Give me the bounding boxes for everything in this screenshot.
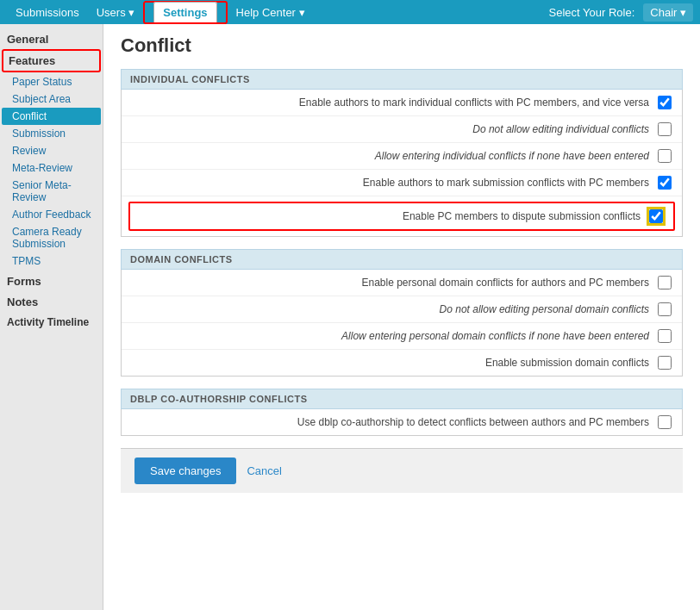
cancel-button[interactable]: Cancel	[247, 464, 281, 477]
role-selector[interactable]: Chair	[643, 3, 693, 22]
checkbox-enable-personal-domain[interactable]	[658, 276, 672, 289]
row-enable-submission-domain: Enable submission domain conflicts	[122, 350, 682, 376]
row-do-not-allow-domain: Do not allow editing personal domain con…	[122, 296, 682, 323]
nav-submissions[interactable]: Submissions	[7, 3, 88, 22]
domain-conflicts-block: Enable personal domain conflicts for aut…	[121, 270, 683, 377]
sidebar-section-general: General	[0, 28, 103, 48]
checkbox-allow-entering[interactable]	[658, 149, 672, 163]
individual-conflicts-block: Enable authors to mark individual confli…	[121, 90, 683, 237]
row-enable-dispute-wrapper: Enable PC members to dispute submission …	[122, 196, 682, 236]
nav-users[interactable]: Users	[88, 3, 144, 22]
label-allow-entering-domain: Allow entering personal domain conflicts…	[132, 330, 658, 342]
checkbox-enable-dispute[interactable]	[649, 209, 663, 223]
sidebar-item-tpms[interactable]: TPMS	[0, 252, 103, 270]
select-role-label: Select Your Role:	[541, 3, 644, 22]
sidebar-item-paper-status[interactable]: Paper Status	[0, 73, 103, 90]
save-button[interactable]: Save changes	[134, 458, 236, 484]
checkbox-do-not-allow-editing[interactable]	[658, 122, 672, 136]
main-content: Conflict INDIVIDUAL CONFLICTS Enable aut…	[103, 24, 700, 610]
nav-help-center[interactable]: Help Center	[228, 3, 314, 22]
nav-settings[interactable]: Settings	[153, 2, 216, 22]
checkbox-do-not-allow-domain[interactable]	[658, 302, 672, 316]
section-header-domain: DOMAIN CONFLICTS	[121, 249, 683, 270]
row-enable-dispute: Enable PC members to dispute submission …	[128, 202, 675, 231]
row-enable-submission-conflicts: Enable authors to mark submission confli…	[122, 170, 682, 196]
page-title: Conflict	[121, 34, 683, 57]
label-do-not-allow-editing: Do not allow editing individual conflict…	[132, 123, 658, 135]
label-enable-submission-conflicts: Enable authors to mark submission confli…	[132, 177, 658, 189]
label-enable-authors-mark: Enable authors to mark individual confli…	[132, 96, 658, 109]
label-allow-entering: Allow entering individual conflicts if n…	[132, 150, 658, 162]
label-do-not-allow-domain: Do not allow editing personal domain con…	[132, 303, 658, 315]
sidebar-item-author-feedback[interactable]: Author Feedback	[0, 206, 103, 223]
sidebar: General Features Paper Status Subject Ar…	[0, 24, 103, 610]
main-layout: General Features Paper Status Subject Ar…	[0, 24, 700, 610]
row-use-dblp: Use dblp co-authorship to detect conflic…	[122, 409, 682, 435]
row-enable-personal-domain: Enable personal domain conflicts for aut…	[122, 270, 682, 296]
checkbox-enable-submission-domain[interactable]	[658, 356, 672, 370]
row-allow-entering: Allow entering individual conflicts if n…	[122, 143, 682, 170]
checkbox-allow-entering-domain[interactable]	[658, 329, 672, 343]
checkbox-enable-authors-mark[interactable]	[658, 96, 672, 109]
sidebar-section-notes: Notes	[0, 290, 103, 311]
sidebar-item-subject-area[interactable]: Subject Area	[0, 90, 103, 108]
row-enable-authors-mark: Enable authors to mark individual confli…	[122, 90, 682, 116]
label-enable-submission-domain: Enable submission domain conflicts	[132, 357, 658, 369]
row-do-not-allow-editing: Do not allow editing individual conflict…	[122, 116, 682, 143]
sidebar-item-meta-review[interactable]: Meta-Review	[0, 159, 103, 177]
dblp-conflicts-block: Use dblp co-authorship to detect conflic…	[121, 409, 683, 436]
label-enable-personal-domain: Enable personal domain conflicts for aut…	[132, 277, 658, 289]
sidebar-section-features[interactable]: Features	[2, 49, 101, 72]
sidebar-item-submission[interactable]: Submission	[0, 125, 103, 142]
sidebar-item-review[interactable]: Review	[0, 142, 103, 159]
sidebar-item-camera-ready[interactable]: Camera Ready Submission	[0, 223, 103, 252]
sidebar-item-conflict[interactable]: Conflict	[2, 108, 101, 125]
label-enable-dispute: Enable PC members to dispute submission …	[141, 210, 649, 222]
section-header-individual: INDIVIDUAL CONFLICTS	[121, 69, 683, 90]
label-use-dblp: Use dblp co-authorship to detect conflic…	[132, 416, 658, 428]
sidebar-item-senior-meta-review[interactable]: Senior Meta-Review	[0, 177, 103, 206]
section-header-dblp: DBLP CO-AUTHORSHIP CONFLICTS	[121, 389, 683, 409]
sidebar-section-forms: Forms	[0, 270, 103, 290]
row-allow-entering-domain: Allow entering personal domain conflicts…	[122, 323, 682, 350]
footer-bar: Save changes Cancel	[121, 448, 683, 493]
top-nav: Submissions Users Settings Help Center S…	[0, 0, 700, 24]
sidebar-section-activity-timeline: Activity Timeline	[0, 311, 103, 331]
checkbox-enable-submission-conflicts[interactable]	[658, 176, 672, 190]
checkbox-use-dblp[interactable]	[658, 415, 672, 429]
nav-settings-wrapper: Settings	[143, 1, 227, 24]
